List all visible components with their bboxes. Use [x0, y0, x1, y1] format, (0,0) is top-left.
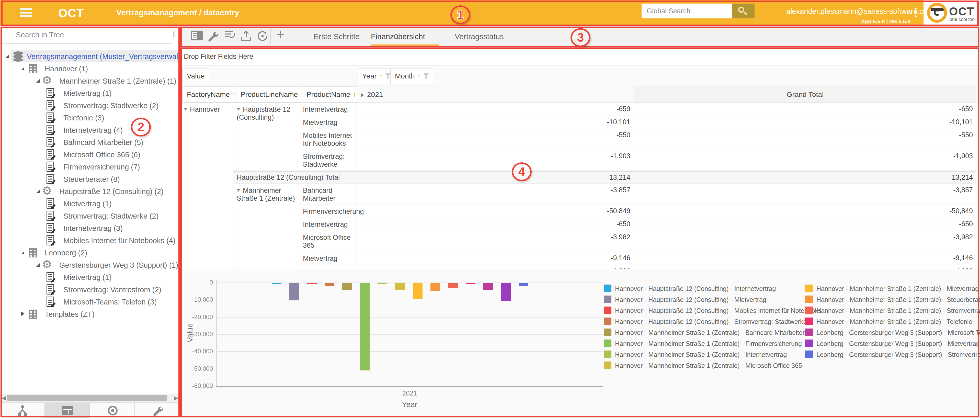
tree-item[interactable]: Internetvertrag (4)	[0, 124, 180, 136]
sidebar-footer-tabs	[0, 402, 180, 418]
collapsed-icon[interactable]	[21, 312, 25, 316]
legend-swatch	[805, 284, 813, 292]
bar-13[interactable]	[484, 283, 493, 290]
tree-item[interactable]: Mietvertrag (1)	[0, 271, 180, 283]
expanded-icon[interactable]	[6, 55, 9, 58]
sort-asc-icon: ↑	[353, 91, 356, 99]
scroll-left-icon[interactable]: ◀	[2, 395, 6, 401]
filter-drop-zone[interactable]: Drop Filter Fields Here	[180, 48, 980, 66]
tree-search-input[interactable]	[0, 26, 171, 44]
year-chip[interactable]: Year↑	[358, 68, 395, 84]
app-logo[interactable]: OCT	[58, 6, 84, 20]
bar-7[interactable]	[377, 283, 387, 284]
expanded-icon[interactable]	[36, 263, 40, 267]
expanded-icon[interactable]	[36, 190, 40, 193]
product-cell: Internetvertrag	[299, 218, 357, 231]
tab-erste-schritte[interactable]: Erste Schritte	[313, 32, 360, 41]
bar-8[interactable]	[395, 283, 405, 290]
oct-logo: OCT one cool tool	[924, 0, 980, 25]
panel-toggle-icon[interactable]	[191, 30, 204, 41]
bar-12[interactable]	[466, 283, 476, 284]
tree-item[interactable]: Leonberg (2)	[0, 246, 180, 259]
bar-10[interactable]	[430, 283, 440, 291]
bar-11[interactable]	[448, 283, 458, 288]
tree-item-label: Stromvertrag: Stadtwerke (2)	[64, 212, 159, 220]
tree-item[interactable]: Microsoft Office 365 (6)	[0, 148, 180, 161]
scrollbar-thumb[interactable]	[6, 395, 167, 401]
bar-1[interactable]	[272, 283, 282, 284]
legend-label: Hannover - Mannheimer Straße 1 (Zentrale…	[615, 362, 802, 369]
pane-collapse-handle[interactable]: ‖	[173, 30, 180, 40]
sidebar-view-tab-wrench[interactable]	[135, 403, 180, 418]
tree-item[interactable]: Stromvertrag: Stadtwerke (2)	[0, 99, 180, 111]
upload-icon[interactable]	[240, 30, 253, 43]
y-axis-tick: -10,000	[180, 296, 213, 303]
tree-item[interactable]: ⚙Gerstensburger Weg 3 (Support) (1)	[0, 259, 180, 271]
tree-item[interactable]: Hannover (1)	[0, 62, 180, 75]
search-icon	[738, 6, 745, 13]
scroll-right-icon[interactable]: ▶	[174, 395, 178, 401]
pivot-panel: Drop Filter Fields Here Value Year↑ Mont…	[180, 48, 980, 269]
tree-item[interactable]: Mietvertrag (1)	[0, 197, 180, 210]
expanded-icon[interactable]	[36, 79, 40, 83]
tree-item[interactable]: Microsoft-Teams: Telefon (3)	[0, 296, 180, 308]
legend-label: Hannover - Mannheimer Straße 1 (Zentrale…	[816, 318, 972, 326]
bar-5[interactable]	[342, 283, 352, 290]
grand-total-cell: -650	[634, 218, 977, 231]
kebab-menu-icon[interactable]	[915, 8, 917, 19]
bar-2[interactable]	[290, 283, 299, 300]
bar-4[interactable]	[325, 283, 334, 286]
tree-item[interactable]: Internetvertrag (3)	[0, 222, 180, 234]
legend-swatch	[604, 351, 611, 358]
tree-item-label: Templates (ZT)	[45, 310, 95, 319]
bar-3[interactable]	[307, 283, 317, 284]
search-button[interactable]	[732, 3, 754, 18]
tree-item[interactable]: Mobiles Internet für Notebooks (4)	[0, 234, 180, 246]
contract-icon	[46, 235, 54, 245]
tree-item[interactable]: ⚙Hauptstraße 12 (Consulting) (2)	[0, 185, 180, 197]
wrench-icon[interactable]	[206, 30, 219, 43]
bar-15[interactable]	[519, 283, 528, 286]
gridline	[216, 300, 603, 300]
sidebar-view-tab-eye[interactable]	[90, 403, 135, 418]
grand-total-cell: -50,849	[634, 205, 977, 218]
expanded-icon[interactable]	[21, 251, 24, 254]
hamburger-menu-icon[interactable]	[20, 8, 32, 19]
sidebar-view-tab-table[interactable]	[45, 403, 90, 418]
month-chip[interactable]: Month↑	[390, 68, 433, 84]
oct-arrow-icon	[931, 8, 945, 11]
global-search-input[interactable]	[641, 3, 732, 18]
tab-vertragsstatus[interactable]: Vertragsstatus	[455, 32, 504, 41]
tree-item[interactable]: Templates (ZT)	[0, 308, 180, 320]
expanded-icon[interactable]	[21, 67, 24, 70]
tree-item-label: Mietvertrag (1)	[64, 89, 112, 98]
sidebar-view-tab-hierarchy[interactable]	[0, 403, 45, 418]
tree-item[interactable]: Bahncard Mitarbeiter (5)	[0, 136, 180, 148]
year-column-header[interactable]: 2021	[357, 86, 634, 103]
tree-item[interactable]: Vertragsmanagement (Muster_Vertragsverwa…	[0, 50, 180, 62]
value-chip[interactable]: Value	[182, 68, 209, 84]
tree-item[interactable]: Steuerberater (8)	[0, 173, 180, 185]
legend-swatch	[604, 340, 611, 347]
list-import-icon[interactable]	[224, 30, 238, 42]
tree-item[interactable]: Mietvertrag (1)	[0, 87, 180, 99]
apps-grid-icon[interactable]	[766, 7, 776, 18]
add-tab-icon[interactable]: +	[276, 26, 285, 43]
bar-9[interactable]	[413, 283, 423, 299]
tree-item[interactable]: Telefonie (3)	[0, 111, 180, 124]
bar-14[interactable]	[501, 283, 511, 300]
tree-item[interactable]: Firmenversicherung (7)	[0, 161, 180, 173]
tab-finanz-bersicht[interactable]: Finanzübersicht	[371, 32, 425, 41]
bar-6[interactable]	[360, 283, 370, 370]
history-reset-icon[interactable]	[256, 30, 269, 43]
tree-item[interactable]: ⚙Mannheimer Straße 1 (Zentrale) (1)	[0, 75, 180, 87]
contract-icon	[46, 100, 54, 110]
sidebar-scrollbar[interactable]: ◀ ▶	[0, 394, 180, 402]
tree-item[interactable]: Stromvertrag: Stadtwerke (2)	[0, 210, 180, 222]
product-cell: Mietvertrag	[299, 116, 357, 129]
legend-label: Hannover - Mannheimer Straße 1 (Zentrale…	[615, 340, 802, 347]
user-email[interactable]: alexander.plessmann@saxess-software.com	[786, 7, 934, 16]
tree-item[interactable]: Stromvertrag: Vantrostrom (2)	[0, 283, 180, 296]
total-label-cell: Hauptstraße 12 (Consulting) Total	[233, 171, 357, 184]
tree-item-label: Mietvertrag (1)	[64, 273, 112, 282]
